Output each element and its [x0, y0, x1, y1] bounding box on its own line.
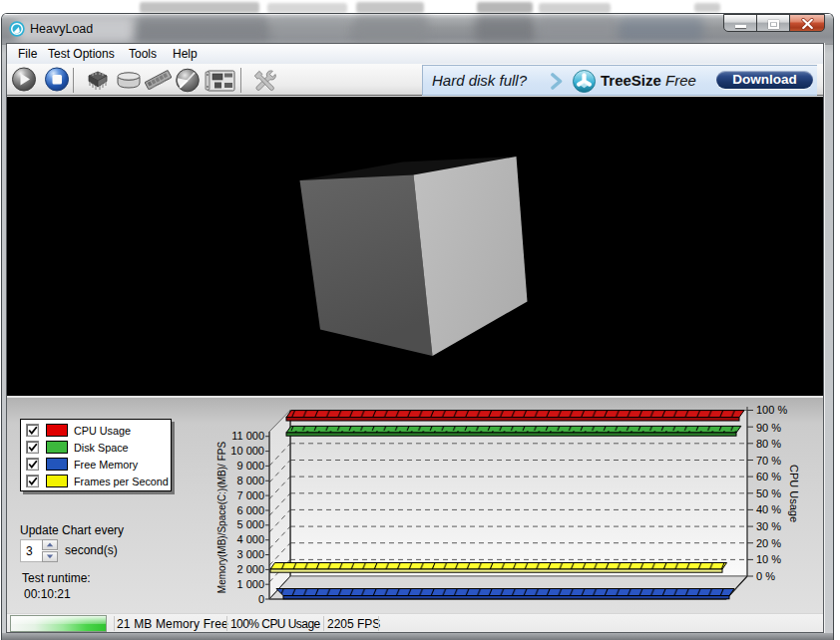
svg-text:30 %: 30 % [756, 520, 781, 532]
svg-text:10 %: 10 % [756, 553, 781, 565]
svg-text:60 %: 60 % [756, 471, 781, 482]
svg-text:10 000: 10 000 [230, 445, 264, 457]
svg-text:11 000: 11 000 [231, 430, 264, 442]
svg-text:Memory(MB)/Space(C:)(MB)/ FPS: Memory(MB)/Space(C:)(MB)/ FPS [216, 442, 227, 594]
svg-text:CPU Usage: CPU Usage [788, 465, 800, 522]
svg-text:0 %: 0 % [756, 570, 775, 582]
svg-text:50 %: 50 % [756, 487, 781, 499]
svg-text:20 %: 20 % [756, 537, 781, 549]
svg-text:7 000: 7 000 [236, 489, 264, 501]
svg-text:100 %: 100 % [756, 404, 787, 416]
svg-text:4 000: 4 000 [236, 533, 264, 545]
svg-text:80 %: 80 % [756, 438, 781, 450]
svg-text:40 %: 40 % [756, 503, 781, 515]
svg-text:0: 0 [258, 593, 264, 605]
svg-text:9 000: 9 000 [236, 460, 264, 472]
svg-text:3 000: 3 000 [236, 548, 264, 560]
svg-text:90 %: 90 % [756, 422, 781, 434]
svg-text:70 %: 70 % [756, 455, 781, 467]
svg-text:8 000: 8 000 [236, 475, 264, 486]
svg-text:1 000: 1 000 [236, 578, 264, 590]
svg-text:5 000: 5 000 [236, 518, 264, 530]
svg-text:2 000: 2 000 [236, 563, 264, 575]
svg-text:6 000: 6 000 [236, 504, 264, 516]
